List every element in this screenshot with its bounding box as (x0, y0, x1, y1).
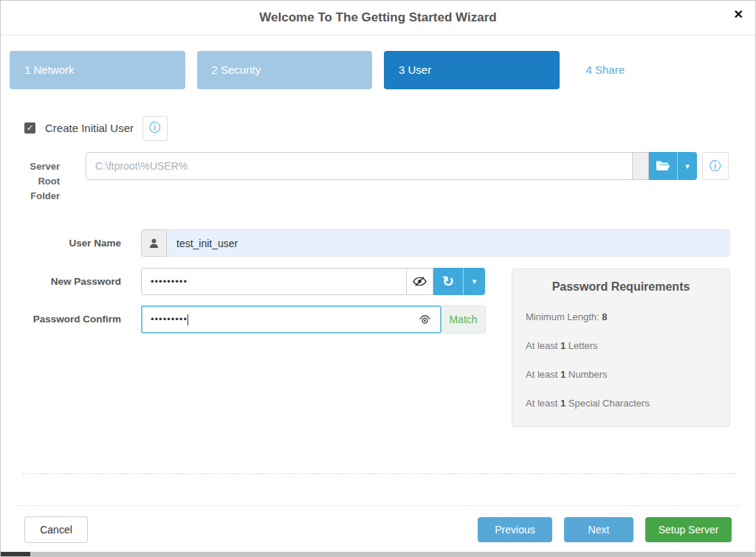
close-icon[interactable]: ✕ (734, 7, 743, 21)
requirement-letters: At least 1 Letters (526, 340, 729, 351)
dialog-title: Welcome To The Getting Started Wizard (1, 1, 755, 35)
password-confirm-input[interactable]: ••••••••• (141, 305, 441, 333)
tab-share[interactable]: 4 Share (571, 51, 747, 89)
dotted-divider (23, 473, 736, 474)
user-icon (141, 229, 167, 257)
user-name-input[interactable] (167, 229, 730, 257)
server-root-folder-addon (633, 152, 649, 180)
eye-icon[interactable] (418, 314, 432, 325)
password-confirm-value: ••••••••• (151, 314, 188, 325)
server-root-folder-label: Server Root Folder (1, 159, 60, 204)
password-confirm-group: ••••••••• Match (141, 305, 486, 333)
password-confirm-label: Password Confirm (1, 314, 121, 325)
password-requirements-panel: Password Requirements Minimum Length: 8 … (512, 269, 730, 427)
previous-button[interactable]: Previous (478, 517, 552, 542)
tab-user[interactable]: 3 User (384, 51, 560, 89)
user-name-label: User Name (1, 238, 121, 249)
create-user-checkbox[interactable]: ✓ (24, 122, 35, 134)
password-requirements-title: Password Requirements (512, 280, 729, 294)
new-password-group: ↻ ▾ (141, 268, 485, 295)
user-name-group (141, 229, 730, 257)
create-user-label: Create Initial User (45, 122, 134, 134)
setup-server-button[interactable]: Setup Server (645, 517, 732, 542)
footer-divider (16, 505, 740, 506)
info-icon: ⓘ (709, 159, 721, 174)
requirement-numbers: At least 1 Numbers (526, 369, 729, 380)
create-initial-user-row: ✓ Create Initial User ⓘ (24, 115, 168, 141)
chevron-down-icon: ▾ (685, 162, 690, 171)
server-root-folder-input[interactable] (86, 152, 633, 180)
password-match-badge: Match (441, 305, 486, 333)
checkmark-icon: ✓ (27, 123, 33, 132)
dialog-header: Welcome To The Getting Started Wizard ✕ (1, 1, 755, 35)
wizard-steps: 1 Network 2 Security 3 User 4 Share (10, 51, 746, 89)
tab-security[interactable]: 2 Security (197, 51, 373, 89)
server-root-info-button[interactable]: ⓘ (702, 152, 729, 180)
tab-network[interactable]: 1 Network (10, 51, 185, 89)
info-icon: ⓘ (149, 120, 161, 136)
next-button[interactable]: Next (564, 517, 633, 542)
text-cursor (188, 314, 188, 325)
requirement-min-length: Minimum Length: 8 (526, 311, 729, 322)
server-root-folder-group: ▾ (86, 152, 697, 180)
cancel-button[interactable]: Cancel (24, 516, 88, 543)
getting-started-wizard-dialog: Welcome To The Getting Started Wizard ✕ … (0, 0, 756, 557)
generate-password-button[interactable]: ↻ (433, 268, 463, 295)
show-password-toggle[interactable] (407, 268, 433, 295)
horizontal-scrollbar-thumb[interactable] (1, 552, 30, 556)
browse-folder-button[interactable] (649, 152, 677, 180)
folder-options-dropdown[interactable]: ▾ (677, 152, 697, 180)
footer-actions: Previous Next Setup Server (478, 517, 732, 542)
new-password-input[interactable] (141, 268, 407, 295)
new-password-label: New Password (1, 276, 121, 287)
refresh-icon: ↻ (442, 273, 454, 290)
create-user-info-button[interactable]: ⓘ (142, 116, 168, 141)
horizontal-scrollbar[interactable] (1, 552, 755, 556)
password-options-dropdown[interactable]: ▾ (463, 268, 485, 295)
requirement-special-chars: At least 1 Special Characters (526, 398, 729, 409)
open-folder-icon (656, 160, 670, 172)
chevron-down-icon: ▾ (472, 277, 477, 286)
eye-slash-icon (413, 276, 427, 287)
